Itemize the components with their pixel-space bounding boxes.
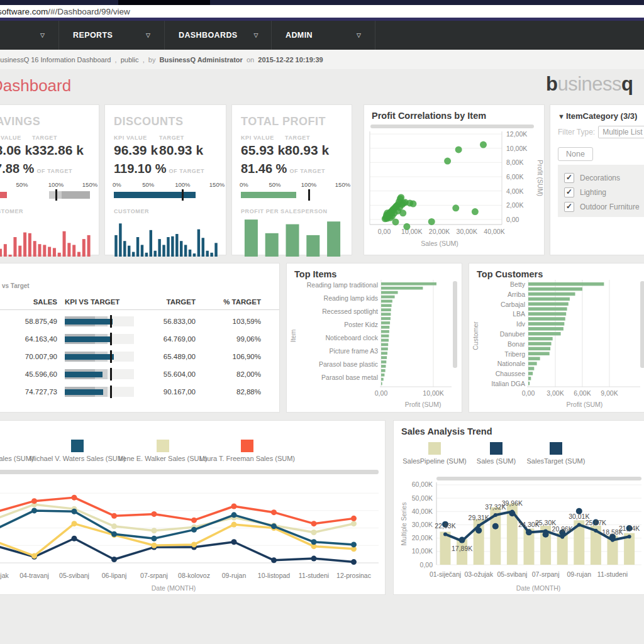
url-path: /#/Dashboard/99/view (48, 7, 130, 16)
kpi-card-title: DISCOUNTS (114, 115, 217, 128)
kpi-percent: 81.46 % (241, 162, 287, 175)
col-header-kpi-vs-target[interactable]: KPI VS TARGET (65, 298, 134, 306)
svg-text:50,00K: 50,00K (412, 494, 433, 502)
kpi-target-label: TARGET (32, 135, 90, 141)
filter-title[interactable]: ▼ItemCategory (3/3) (558, 111, 644, 121)
nav-item-clipped[interactable]: ▽ (0, 21, 59, 50)
col-header-pct-target[interactable]: % TARGET (201, 298, 261, 306)
table-row[interactable]: 58.875,4956.833,00103,59% (0, 313, 279, 330)
svg-text:10-listopad: 10-listopad (258, 572, 291, 579)
filter-option[interactable]: ✓Outdoor Furniture (564, 202, 644, 212)
svg-text:Arriba: Arriba (508, 291, 525, 298)
businessq-logo: businessq (546, 73, 633, 96)
cell-sales: 64.163,40 (1, 335, 57, 343)
filter-type-label: Filter Type: (558, 128, 595, 136)
none-button[interactable]: None (558, 147, 593, 161)
svg-text:Profit (SUM): Profit (SUM) (536, 160, 544, 196)
kpi-bullet-chart (65, 368, 134, 380)
checkbox-checked-icon[interactable]: ✓ (564, 202, 574, 212)
profit-correlations-scatter: 0,002,00K4,00K6,00K8,00K10,00K12,00K0,00… (364, 105, 545, 256)
dashboard-name: BusinessQ 16 Information Dashboard (0, 56, 111, 64)
cell-target: 55.604,00 (140, 370, 196, 378)
filter-option[interactable]: ✓Decorations (564, 173, 644, 183)
svg-text:Parasol base plastic: Parasol base plastic (319, 360, 378, 368)
table-row[interactable]: 74.727,7390.167,0082,88% (0, 383, 279, 401)
kpi-value: 96.39 k (114, 143, 159, 158)
svg-text:Reading lamp kids: Reading lamp kids (324, 294, 378, 302)
svg-text:Parasol base metal: Parasol base metal (321, 374, 378, 381)
svg-text:Date (MONTH): Date (MONTH) (152, 584, 196, 592)
filter-type-select[interactable]: Multiple List (598, 126, 644, 138)
of-target-label: OF TARGET (169, 168, 204, 174)
checkbox-checked-icon[interactable]: ✓ (564, 187, 574, 197)
svg-text:Idv: Idv (516, 320, 526, 328)
kpi-card-title: TOTAL PROFIT (241, 115, 343, 128)
kpi-bullet-chart (65, 333, 134, 345)
kpi-target-value: 80.93 k (159, 143, 217, 158)
cell-target: 90.167,00 (140, 388, 196, 396)
nav-item-admin[interactable]: ADMIN ▽ (272, 21, 375, 50)
svg-text:Recessed spotlight: Recessed spotlight (322, 308, 378, 315)
svg-text:11-studeni: 11-studeni (299, 572, 329, 579)
filter-options-list: ✓Decorations✓Lighting✓Outdoor Furniture (558, 165, 644, 217)
table-row[interactable]: 64.163,4064.769,0099,06% (0, 330, 279, 348)
item-category-filter-card: ▼ItemCategory (3/3) Filter Type: Multipl… (550, 104, 644, 255)
kpi-gauge (241, 191, 343, 199)
svg-text:Sales (SUM): Sales (SUM) (421, 240, 458, 247)
svg-text:LBA: LBA (513, 310, 525, 318)
cell-sales: 58.875,49 (1, 318, 57, 325)
svg-text:12-prosinac: 12-prosinac (336, 572, 371, 579)
svg-text:20,00K: 20,00K (412, 534, 433, 541)
nav-item-reports[interactable]: REPORTS ▽ (59, 21, 165, 50)
col-header-target[interactable]: TARGET (140, 298, 196, 306)
table-row[interactable]: 45.596,6055.604,0082,00% (0, 365, 279, 383)
svg-text:Triberg: Triberg (504, 350, 525, 358)
kpi-value: 93.06 k (0, 143, 32, 158)
svg-text:0,00: 0,00 (506, 216, 519, 223)
address-bar[interactable]: software.com/#/Dashboard/99/view (0, 5, 644, 18)
kpi-sub-label: CUSTOMER (0, 208, 90, 214)
table-row[interactable]: 70.007,9065.489,00106,90% (0, 348, 279, 365)
checkbox-checked-icon[interactable]: ✓ (564, 173, 574, 183)
top-items-bar-chart: 0,0010,00KReading lamp traditionalReadin… (287, 264, 463, 413)
url-text: software.com/#/Dashboard/99/view (0, 7, 130, 16)
gauge-scale: 0%50%100%150% (241, 181, 343, 189)
svg-text:Betty: Betty (510, 280, 526, 288)
kpi-sub-label: CUSTOMER (114, 208, 217, 214)
cell-sales: 70.007,90 (1, 353, 57, 360)
nav-item-dashboards[interactable]: DASHBOARDS ▽ (165, 21, 272, 50)
kpi-target-value: 80.93 k (285, 143, 343, 158)
cell-sales: 45.596,60 (1, 370, 57, 378)
svg-text:03-ožujak: 03-ožujak (464, 570, 493, 578)
chevron-down-icon: ▽ (40, 32, 45, 38)
cell-pct-target: 103,59% (201, 318, 261, 325)
svg-text:10,00K: 10,00K (506, 145, 527, 152)
cell-target: 65.489,00 (140, 353, 196, 360)
cell-target: 64.769,00 (140, 335, 196, 343)
svg-text:20,96K: 20,96K (552, 525, 573, 533)
svg-text:Nationale: Nationale (497, 360, 526, 367)
page-title: Dashboard (0, 76, 71, 96)
kpi-bullet-chart (65, 386, 134, 398)
svg-text:Bonar: Bonar (508, 340, 526, 348)
svg-text:30,00K: 30,00K (457, 228, 477, 235)
cell-sales: 74.727,73 (1, 388, 57, 396)
profit-minibar-chart (241, 218, 343, 257)
svg-text:2,00K: 2,00K (506, 201, 523, 209)
top-customers-card: Top Customers 0,003,00K6,00K9,00KBettyAr… (469, 263, 644, 413)
svg-text:0,00: 0,00 (375, 389, 388, 397)
svg-text:39,96K: 39,96K (502, 499, 523, 507)
filter-option-label: Lighting (580, 188, 606, 197)
kpi-card-title: SAVINGS (0, 115, 90, 128)
kpi-gauge (114, 191, 217, 199)
profit-correlations-card: Profit Correlations by Item 0,002,00K4,0… (364, 104, 545, 255)
gauge-scale: 0%50%100%150% (114, 181, 217, 189)
dashboard-meta-bar: BusinessQ 16 Information Dashboard , pub… (0, 50, 644, 69)
kpi-value: 65.93 k (241, 143, 285, 158)
filter-option[interactable]: ✓Lighting (564, 187, 644, 197)
col-header-sales[interactable]: SALES (1, 298, 57, 306)
svg-text:Picture frame A3: Picture frame A3 (329, 347, 378, 355)
browser-tab[interactable] (118, 0, 210, 5)
kpi-bullet-chart (65, 315, 134, 328)
svg-text:Italian DGA: Italian DGA (491, 380, 525, 387)
